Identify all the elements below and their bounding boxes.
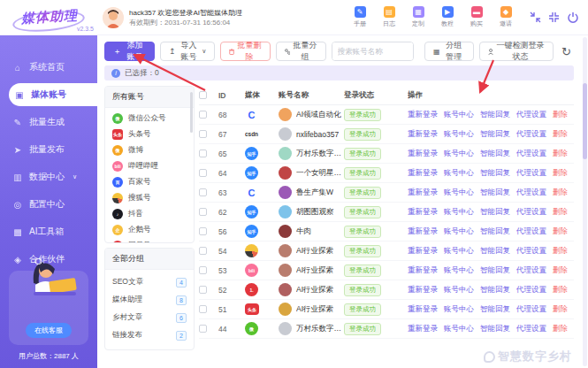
op-link-0[interactable]: 重新登录 [408, 188, 438, 198]
op-link-4[interactable]: 删除 [553, 168, 568, 179]
group-manage-button[interactable]: ▦ 分组管理 [424, 42, 474, 61]
op-link-0[interactable]: 重新登录 [408, 265, 438, 276]
op-link-1[interactable]: 账号中心 [444, 110, 474, 120]
platform-item[interactable]: 百 百家号 [105, 174, 194, 190]
op-link-1[interactable]: 账号中心 [444, 188, 474, 198]
row-checkbox[interactable] [199, 169, 207, 177]
logout-power-icon[interactable] [567, 12, 579, 24]
header-quick-icon-3[interactable]: ▦ 定制 [408, 6, 429, 28]
op-link-3[interactable]: 代理设置 [516, 188, 546, 198]
op-link-2[interactable]: 智能回复 [480, 129, 510, 140]
sidebar-item-3[interactable]: ➤ 批量发布 ∨ [12, 138, 97, 161]
sidebar-item-1[interactable]: ▣ 媒体账号 ∨ [9, 83, 97, 106]
platform-item[interactable]: 微 微信公众号 [105, 111, 194, 126]
op-link-2[interactable]: 智能回复 [480, 207, 510, 218]
row-checkbox[interactable] [199, 247, 207, 255]
op-link-3[interactable]: 代理设置 [516, 129, 546, 140]
add-account-button[interactable]: ＋ 添加账号 [104, 42, 155, 61]
op-link-0[interactable]: 重新登录 [408, 304, 438, 315]
op-link-1[interactable]: 账号中心 [444, 226, 474, 237]
sidebar-item-2[interactable]: ✎ 批量生成 ∨ [12, 111, 97, 134]
platform-item[interactable]: ♪ 抖音 [105, 206, 194, 222]
op-link-0[interactable]: 重新登录 [408, 110, 438, 120]
op-link-4[interactable]: 删除 [553, 265, 568, 276]
op-link-4[interactable]: 删除 [553, 246, 568, 257]
op-link-0[interactable]: 重新登录 [408, 324, 438, 334]
row-checkbox[interactable] [199, 188, 207, 196]
op-link-0[interactable]: 重新登录 [408, 226, 438, 237]
import-account-button[interactable]: ↥ 导入账号 ∨ [160, 42, 215, 61]
op-link-0[interactable]: 重新登录 [408, 168, 438, 179]
op-link-1[interactable]: 账号中心 [444, 129, 474, 140]
sidebar-item-4[interactable]: ▥ 数据中心 ∨ [12, 165, 97, 188]
op-link-0[interactable]: 重新登录 [408, 129, 438, 140]
op-link-4[interactable]: 删除 [553, 304, 568, 315]
row-checkbox[interactable] [199, 208, 207, 216]
refresh-icon[interactable]: ↻ [559, 42, 574, 61]
op-link-4[interactable]: 删除 [553, 110, 568, 120]
op-link-4[interactable]: 删除 [553, 149, 568, 159]
select-all-checkbox[interactable] [199, 91, 207, 99]
row-checkbox[interactable] [199, 266, 207, 274]
op-link-4[interactable]: 删除 [553, 129, 568, 140]
row-checkbox[interactable] [199, 227, 207, 235]
op-link-4[interactable]: 删除 [553, 207, 568, 218]
collapse-icon[interactable] [530, 12, 541, 23]
op-link-2[interactable]: 智能回复 [480, 285, 510, 295]
sidebar-item-5[interactable]: ◎ 配置中心 ∨ [12, 193, 97, 216]
platform-item[interactable]: 易 网易号 [105, 238, 194, 242]
row-checkbox[interactable] [199, 325, 207, 333]
op-link-0[interactable]: 重新登录 [408, 285, 438, 295]
op-link-3[interactable]: 代理设置 [516, 324, 546, 334]
op-link-1[interactable]: 账号中心 [444, 285, 474, 295]
search-input[interactable] [332, 42, 414, 60]
group-item[interactable]: 媒体助理 8 [105, 291, 194, 309]
op-link-1[interactable]: 账号中心 [444, 207, 474, 218]
op-link-4[interactable]: 删除 [553, 285, 568, 295]
sidebar-item-0[interactable]: ⌂ 系统首页 ∨ [12, 56, 97, 79]
op-link-2[interactable]: 智能回复 [480, 168, 510, 179]
op-link-3[interactable]: 代理设置 [516, 304, 546, 315]
op-link-2[interactable]: 智能回复 [480, 265, 510, 276]
op-link-3[interactable]: 代理设置 [516, 265, 546, 276]
header-quick-icon-1[interactable]: ✎ 手册 [349, 6, 370, 28]
row-checkbox[interactable] [199, 130, 207, 138]
check-login-button[interactable]: 一键检测登录状态 [479, 42, 554, 61]
op-link-1[interactable]: 账号中心 [444, 304, 474, 315]
op-link-1[interactable]: 账号中心 [444, 265, 474, 276]
header-quick-icon-5[interactable]: ▬ 购买 [466, 6, 487, 28]
op-link-4[interactable]: 删除 [553, 226, 568, 237]
header-quick-icon-6[interactable]: ◆ 邀请 [495, 6, 516, 28]
page-scrollbar[interactable] [583, 37, 587, 366]
op-link-3[interactable]: 代理设置 [516, 149, 546, 159]
row-checkbox[interactable] [199, 150, 207, 157]
expand-icon[interactable] [548, 12, 560, 23]
op-link-3[interactable]: 代理设置 [516, 110, 546, 120]
platform-item[interactable]: 微 微博 [105, 142, 194, 158]
op-link-1[interactable]: 账号中心 [444, 149, 474, 159]
op-link-3[interactable]: 代理设置 [516, 246, 546, 257]
op-link-2[interactable]: 智能回复 [480, 149, 510, 159]
platform-item[interactable]: 搜狐号 [105, 190, 194, 206]
platform-item[interactable]: 企 企鹅号 [105, 222, 194, 238]
op-link-3[interactable]: 代理设置 [516, 285, 546, 295]
row-checkbox[interactable] [199, 286, 207, 294]
op-link-0[interactable]: 重新登录 [408, 149, 438, 159]
batch-delete-button[interactable]: 批量删除 [220, 42, 270, 61]
op-link-0[interactable]: 重新登录 [408, 207, 438, 218]
platform-item[interactable]: bili 哔哩哔哩 [105, 158, 194, 174]
group-item[interactable]: 链接发布 2 [105, 326, 194, 344]
op-link-0[interactable]: 重新登录 [408, 246, 438, 257]
op-link-2[interactable]: 智能回复 [480, 246, 510, 257]
op-link-2[interactable]: 智能回复 [480, 226, 510, 237]
online-support-button[interactable]: 在线客服 [26, 323, 72, 338]
row-checkbox[interactable] [199, 111, 207, 119]
batch-group-button[interactable]: 批量分组 [276, 42, 326, 61]
sidebar-item-6[interactable]: ▩ AI工具箱 ∨ [12, 220, 97, 243]
op-link-1[interactable]: 账号中心 [444, 324, 474, 334]
row-checkbox[interactable] [199, 305, 207, 313]
op-link-1[interactable]: 账号中心 [444, 246, 474, 257]
group-item[interactable]: 乡村文章 6 [105, 309, 194, 326]
op-link-1[interactable]: 账号中心 [444, 168, 474, 179]
group-item[interactable]: SEO文章 4 [105, 273, 194, 291]
